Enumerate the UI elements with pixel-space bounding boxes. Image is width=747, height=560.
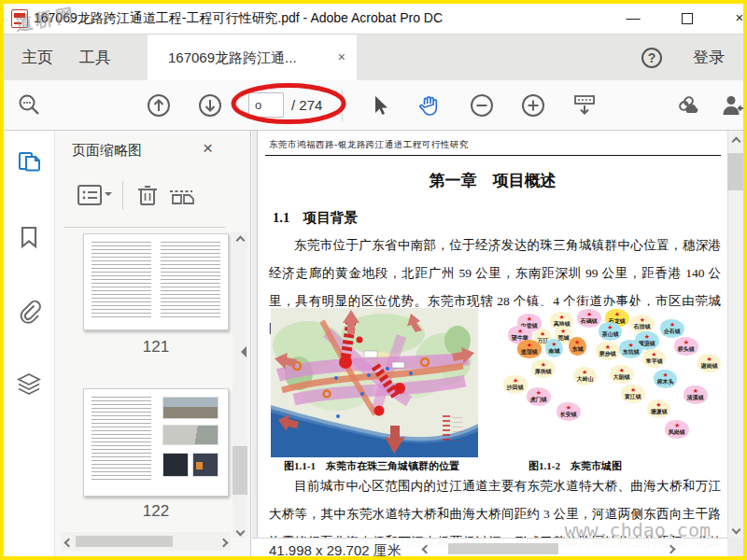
- scroll-up-icon[interactable]: [233, 231, 247, 246]
- thumbnail-label: 121: [83, 338, 229, 357]
- map-town: ★桥头镇: [674, 337, 698, 356]
- map-town: ★石碣镇: [577, 309, 601, 328]
- map-town: ★常平镇: [642, 349, 667, 368]
- panel-title: 页面缩略图: [72, 142, 142, 160]
- search-icon[interactable]: [17, 92, 43, 119]
- delete-pages-icon[interactable]: [134, 183, 162, 207]
- share-link-icon[interactable]: [674, 92, 700, 119]
- panel-scrollbar-thumb[interactable]: [233, 446, 247, 495]
- panel-separator: [122, 181, 123, 209]
- map-town: ★黄江镇: [621, 385, 645, 403]
- page-display-icon[interactable]: [571, 92, 598, 119]
- town-label: 凤岗镇: [669, 428, 685, 436]
- chevron-down-icon[interactable]: [105, 192, 112, 200]
- zoom-in-icon[interactable]: [520, 92, 546, 119]
- minimize-button[interactable]: —: [613, 4, 654, 32]
- extract-pages-icon[interactable]: [167, 183, 195, 207]
- thumbnail-text-lines: [92, 242, 151, 320]
- map-town: ★谢岗镇: [698, 354, 722, 372]
- town-label: 清溪镇: [687, 395, 704, 402]
- tab-close-icon[interactable]: ×: [338, 49, 345, 64]
- next-page-icon[interactable]: [197, 92, 223, 119]
- scroll-right-icon[interactable]: [216, 534, 231, 549]
- thumbnail-text-lines: [92, 397, 151, 483]
- town-label: 石排镇: [634, 324, 651, 331]
- tab-bar: 主页 工具 167069龙路跨江通... × ? 登录: [4, 34, 743, 80]
- sign-in-button[interactable]: 登录: [693, 35, 725, 81]
- previous-page-icon[interactable]: [146, 92, 172, 119]
- town-label: 东坑镇: [623, 349, 640, 357]
- town-star-icon: ★: [529, 391, 548, 396]
- title-bar: 167069龙路跨江通道工程-工程可行性研究.pdf - Adobe Acrob…: [4, 4, 743, 34]
- send-signature-icon[interactable]: [719, 92, 743, 119]
- town-label: 企石镇: [664, 329, 681, 336]
- town-label: 塘厦镇: [650, 408, 667, 415]
- scroll-left-icon[interactable]: [61, 534, 76, 549]
- map-town: ★东城: [569, 337, 586, 356]
- town-star-icon: ★: [576, 371, 595, 375]
- town-label: 石碣镇: [581, 318, 598, 326]
- panel-divider: [64, 227, 225, 228]
- town-star-icon: ★: [559, 406, 578, 411]
- town-label: 大朗镇: [613, 374, 630, 382]
- figure-dongguan-map: ★中堂镇★高埗镇★石碣镇★石龙镇★石排镇★企石镇★望牛墩★万江★莞城★茶山镇★横…: [497, 306, 727, 454]
- map-town: ★寮步镇: [596, 342, 620, 360]
- map-town: ★虎门镇: [527, 387, 551, 406]
- svg-text:———: ———: [452, 429, 463, 433]
- town-label: 樟木头: [657, 378, 674, 385]
- town-label: 厚街镇: [535, 368, 552, 375]
- attachments-icon[interactable]: [16, 299, 42, 325]
- document-scrollbar-thumb[interactable]: [727, 153, 743, 190]
- scroll-right-icon[interactable]: [663, 540, 678, 555]
- maximize-button[interactable]: [667, 4, 708, 32]
- scroll-left-icon[interactable]: [418, 540, 433, 555]
- map-town: ★厚街镇: [531, 359, 556, 378]
- help-icon[interactable]: ?: [641, 48, 662, 68]
- bookmarks-icon[interactable]: [16, 224, 42, 250]
- scroll-up-icon[interactable]: [728, 133, 743, 147]
- scroll-down-icon[interactable]: [728, 521, 743, 536]
- town-label: 东城: [571, 346, 583, 354]
- thumbnail-page-122[interactable]: [83, 388, 229, 497]
- tab-document[interactable]: 167069龙路跨江通... ×: [148, 35, 357, 81]
- document-scrollbar-thumb[interactable]: [448, 543, 558, 554]
- town-label: 桥头镇: [678, 346, 695, 354]
- layers-icon[interactable]: [16, 371, 42, 398]
- map-town: ★大岭山: [573, 367, 598, 385]
- town-star-icon: ★: [537, 332, 549, 337]
- tab-home[interactable]: 主页: [13, 35, 62, 81]
- panel-collapse-icon[interactable]: [237, 342, 250, 360]
- thumbnail-options-icon[interactable]: [76, 183, 104, 207]
- page-number-input[interactable]: o: [248, 92, 284, 118]
- toolbar: o / 274: [4, 80, 743, 131]
- map-town: ★樟木头: [654, 370, 678, 388]
- map-town: ★清溪镇: [684, 385, 708, 404]
- thumbnail-label: 122: [83, 502, 229, 521]
- scroll-down-icon[interactable]: [233, 523, 247, 538]
- figure1-caption: 图1.1-1 东莞市在珠三角城镇群的位置: [284, 459, 459, 473]
- thumbnail-photo: [196, 462, 203, 469]
- town-label: 谢岗镇: [701, 362, 718, 370]
- town-star-icon: ★: [520, 317, 539, 322]
- document-vertical-scrollbar[interactable]: [727, 131, 743, 538]
- panel-close-icon[interactable]: ×: [203, 138, 213, 159]
- town-label: 长安镇: [560, 411, 577, 418]
- select-tool-icon[interactable]: [367, 92, 393, 119]
- thumbnail-photo: [162, 397, 218, 419]
- tab-tools[interactable]: 工具: [71, 35, 120, 81]
- town-star-icon: ★: [700, 357, 719, 362]
- page-thumbnails-icon[interactable]: [16, 149, 42, 175]
- window-frame: 167069龙路跨江通道工程-工程可行性研究.pdf - Adobe Acrob…: [0, 0, 747, 560]
- close-button[interactable]: ×: [719, 4, 743, 32]
- town-star-icon: ★: [668, 424, 686, 428]
- hand-tool-icon[interactable]: [416, 92, 443, 119]
- zoom-out-icon[interactable]: [469, 92, 495, 119]
- town-label: 常平镇: [645, 357, 662, 365]
- thumbnail-page-121[interactable]: [83, 233, 229, 330]
- svg-text:———: ———: [452, 415, 463, 419]
- town-star-icon: ★: [599, 345, 617, 350]
- map-town: ★塘厦镇: [647, 399, 671, 418]
- page-total-label: / 274: [291, 92, 322, 118]
- town-label: 茶山镇: [601, 331, 618, 339]
- panel-scrollbar-thumb[interactable]: [76, 536, 173, 547]
